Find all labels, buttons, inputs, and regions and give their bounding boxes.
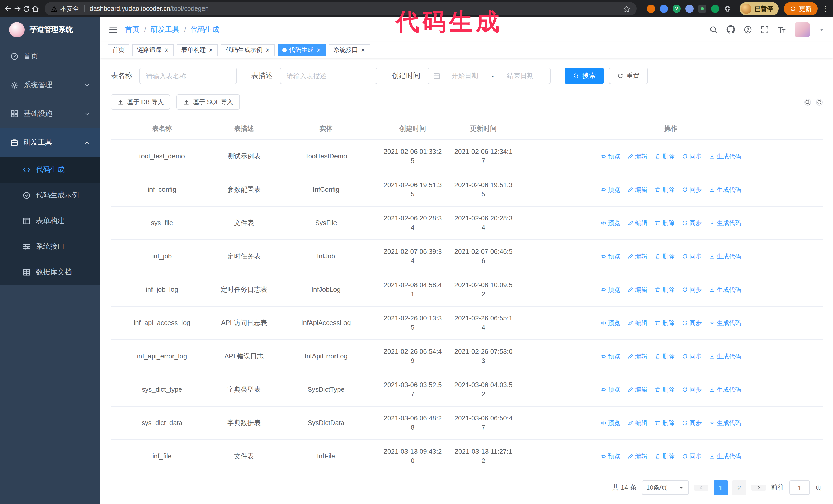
- browser-profile-chip[interactable]: 已暂停: [740, 2, 779, 16]
- sync-link[interactable]: 同步: [682, 185, 702, 194]
- sidebar-item-codegen-example[interactable]: 代码生成示例: [0, 183, 100, 208]
- edit-link[interactable]: 编辑: [627, 318, 647, 328]
- preview-link[interactable]: 预览: [600, 218, 620, 227]
- breadcrumb-devtools[interactable]: 研发工具: [151, 25, 180, 34]
- browser-reload-icon[interactable]: [23, 5, 30, 13]
- edit-link[interactable]: 编辑: [627, 352, 647, 361]
- browser-address-bar[interactable]: 不安全 dashboard.yudao.iocoder.cn/tool/code…: [45, 2, 637, 16]
- sidebar-item-form-builder[interactable]: 表单构建: [0, 208, 100, 234]
- preview-link[interactable]: 预览: [600, 185, 620, 194]
- table-desc-input[interactable]: [280, 68, 377, 84]
- extension-icon[interactable]: [660, 5, 668, 13]
- sync-link[interactable]: 同步: [682, 318, 702, 328]
- create-time-range-picker[interactable]: 开始日期 - 结束日期: [428, 68, 551, 84]
- sidebar-item-system-api[interactable]: 系统接口: [0, 234, 100, 259]
- sidebar-item-system[interactable]: 系统管理: [0, 71, 100, 99]
- edit-link[interactable]: 编辑: [627, 152, 647, 161]
- extension-icon[interactable]: [711, 5, 719, 13]
- sync-link[interactable]: 同步: [682, 285, 702, 294]
- delete-link[interactable]: 删除: [654, 218, 674, 227]
- generate-link[interactable]: 生成代码: [709, 152, 741, 161]
- search-icon[interactable]: [710, 25, 718, 33]
- delete-link[interactable]: 删除: [654, 385, 674, 394]
- delete-link[interactable]: 删除: [654, 252, 674, 261]
- page-button-1[interactable]: 1: [714, 480, 728, 495]
- caret-down-icon[interactable]: [819, 26, 825, 32]
- browser-menu-icon[interactable]: ⋮: [822, 5, 829, 13]
- delete-link[interactable]: 删除: [654, 152, 674, 161]
- generate-link[interactable]: 生成代码: [709, 352, 741, 361]
- preview-link[interactable]: 预览: [600, 352, 620, 361]
- import-sql-button[interactable]: 基于 SQL 导入: [176, 94, 240, 110]
- edit-link[interactable]: 编辑: [627, 385, 647, 394]
- browser-forward-icon[interactable]: [13, 5, 22, 13]
- edit-link[interactable]: 编辑: [627, 418, 647, 428]
- extension-icon[interactable]: V: [672, 5, 681, 13]
- prev-page-button[interactable]: [694, 484, 709, 491]
- preview-link[interactable]: 预览: [600, 152, 620, 161]
- preview-link[interactable]: 预览: [600, 418, 620, 428]
- edit-link[interactable]: 编辑: [627, 452, 647, 461]
- tab-system-api[interactable]: 系统接口×: [329, 44, 370, 56]
- generate-link[interactable]: 生成代码: [709, 452, 741, 461]
- sync-link[interactable]: 同步: [682, 252, 702, 261]
- extension-icon[interactable]: [685, 5, 694, 13]
- edit-link[interactable]: 编辑: [627, 252, 647, 261]
- browser-home-icon[interactable]: [31, 5, 40, 13]
- extension-icon[interactable]: [698, 5, 706, 13]
- delete-link[interactable]: 删除: [654, 352, 674, 361]
- browser-update-button[interactable]: 更新: [784, 2, 818, 16]
- close-icon[interactable]: ×: [361, 47, 365, 53]
- delete-link[interactable]: 删除: [654, 185, 674, 194]
- extension-icon[interactable]: [647, 5, 655, 13]
- refresh-table-button[interactable]: [816, 99, 823, 105]
- next-page-button[interactable]: [752, 484, 766, 491]
- generate-link[interactable]: 生成代码: [709, 318, 741, 328]
- sync-link[interactable]: 同步: [682, 385, 702, 394]
- close-icon[interactable]: ×: [164, 47, 169, 53]
- browser-back-icon[interactable]: [4, 5, 12, 13]
- tab-codegen[interactable]: 代码生成×: [278, 44, 326, 56]
- app-logo[interactable]: 芋道管理系统: [0, 18, 100, 42]
- bookmark-star-icon[interactable]: [623, 5, 630, 13]
- sync-link[interactable]: 同步: [682, 452, 702, 461]
- close-icon[interactable]: ×: [265, 47, 270, 53]
- toggle-search-button[interactable]: [804, 99, 811, 105]
- generate-link[interactable]: 生成代码: [709, 218, 741, 227]
- sync-link[interactable]: 同步: [682, 418, 702, 428]
- search-button[interactable]: 搜索: [565, 68, 604, 84]
- edit-link[interactable]: 编辑: [627, 185, 647, 194]
- tab-codegen-example[interactable]: 代码生成示例×: [221, 44, 275, 56]
- generate-link[interactable]: 生成代码: [709, 185, 741, 194]
- generate-link[interactable]: 生成代码: [709, 418, 741, 428]
- sync-link[interactable]: 同步: [682, 352, 702, 361]
- delete-link[interactable]: 删除: [654, 418, 674, 428]
- import-db-button[interactable]: 基于 DB 导入: [111, 94, 170, 110]
- preview-link[interactable]: 预览: [600, 318, 620, 328]
- page-button-2[interactable]: 2: [732, 480, 746, 495]
- table-name-input[interactable]: [139, 68, 237, 84]
- preview-link[interactable]: 预览: [600, 252, 620, 261]
- preview-link[interactable]: 预览: [600, 452, 620, 461]
- sync-link[interactable]: 同步: [682, 152, 702, 161]
- delete-link[interactable]: 删除: [654, 318, 674, 328]
- close-icon[interactable]: ×: [208, 47, 213, 53]
- extensions-puzzle-icon[interactable]: [724, 5, 732, 13]
- tab-home[interactable]: 首页: [108, 44, 129, 56]
- font-size-icon[interactable]: [778, 25, 786, 33]
- github-icon[interactable]: [727, 25, 735, 34]
- goto-page-input[interactable]: [789, 480, 810, 495]
- sidebar-item-home[interactable]: 首页: [0, 42, 100, 71]
- tab-form-builder[interactable]: 表单构建×: [176, 44, 218, 56]
- reset-button[interactable]: 重置: [609, 68, 648, 84]
- edit-link[interactable]: 编辑: [627, 285, 647, 294]
- close-icon[interactable]: ×: [316, 47, 321, 53]
- breadcrumb-home[interactable]: 首页: [125, 25, 139, 34]
- generate-link[interactable]: 生成代码: [709, 385, 741, 394]
- sidebar-item-infra[interactable]: 基础设施: [0, 99, 100, 128]
- preview-link[interactable]: 预览: [600, 285, 620, 294]
- preview-link[interactable]: 预览: [600, 385, 620, 394]
- edit-link[interactable]: 编辑: [627, 218, 647, 227]
- user-avatar[interactable]: [794, 22, 810, 37]
- tab-tracer[interactable]: 链路追踪×: [132, 44, 173, 56]
